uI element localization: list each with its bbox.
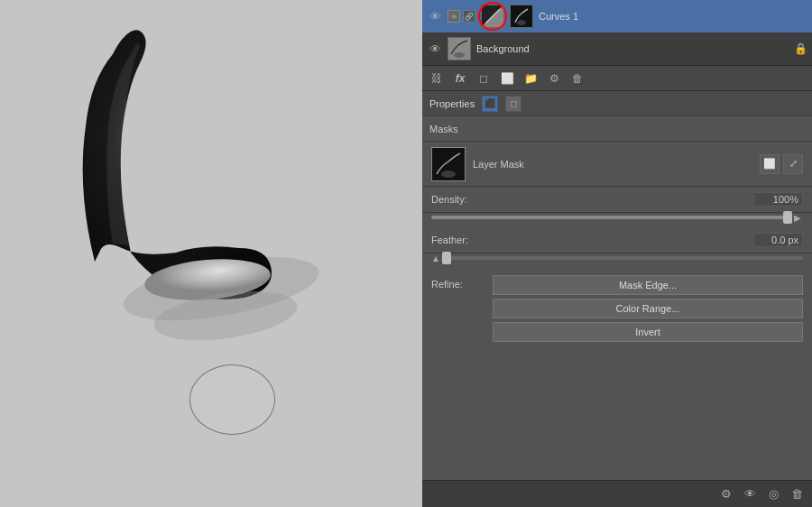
feather-slider-row: ▲ xyxy=(422,254,812,268)
layer-thumb-mask-curves xyxy=(510,5,533,28)
density-slider-fill xyxy=(431,216,790,219)
trash-icon[interactable]: 🗑 xyxy=(570,71,585,86)
invert-button[interactable]: Invert xyxy=(493,322,803,342)
svg-point-3 xyxy=(517,20,526,25)
layer-name-background: Background xyxy=(476,43,789,54)
eye-bottom-icon[interactable]: 👁 xyxy=(742,486,758,502)
refine-buttons: Mask Edge... Color Range... Invert xyxy=(493,275,803,342)
refine-row: Refine: Mask Edge... Color Range... Inve… xyxy=(422,268,812,349)
link-icon[interactable]: ⛓ xyxy=(429,71,444,86)
layers-section: 👁 ≋ 🔗 Curve xyxy=(422,0,812,66)
settings-bottom-icon[interactable]: ⚙ xyxy=(718,486,734,502)
mask-edge-button[interactable]: Mask Edge... xyxy=(493,275,803,295)
density-slider-track[interactable] xyxy=(431,216,790,219)
adjustment-icon[interactable]: ⚙ xyxy=(547,71,561,86)
masks-label: Masks xyxy=(429,124,458,134)
feather-slider-track[interactable] xyxy=(444,256,803,260)
right-panel: 👁 ≋ 🔗 Curve xyxy=(422,0,812,507)
density-row: Density: 100% xyxy=(422,187,812,213)
svg-point-6 xyxy=(441,171,456,178)
properties-section: Properties ⬛ ◻ Masks Layer Mask ⬜ ⤢ xyxy=(422,91,812,480)
selection-circle xyxy=(189,364,275,435)
mask-action-icons: ⬜ ⤢ xyxy=(760,154,803,174)
bottom-toolbar: ⚙ 👁 ◎ 🗑 xyxy=(422,480,812,507)
color-range-button[interactable]: Color Range... xyxy=(493,299,803,318)
mask-add-icon[interactable]: ⬜ xyxy=(500,71,514,86)
layer-mask-label: Layer Mask xyxy=(473,159,752,170)
horn-image xyxy=(18,9,370,370)
feather-value[interactable]: 0.0 px xyxy=(753,233,803,247)
mask-select-icon[interactable]: ⬜ xyxy=(760,154,780,174)
layer-adjustment-icons: ≋ 🔗 xyxy=(448,10,475,23)
refine-label: Refine: xyxy=(431,275,485,290)
density-label: Density: xyxy=(431,194,485,205)
density-max-icon: ▶ xyxy=(794,213,803,222)
properties-title: Properties xyxy=(429,98,475,109)
fx-icon[interactable]: fx xyxy=(453,71,467,86)
feather-triangle-icon: ▲ xyxy=(431,254,440,263)
feather-row: Feather: 0.0 px xyxy=(422,227,812,254)
density-slider-row: ▶ xyxy=(422,213,812,227)
layer-name-curves: Curves 1 xyxy=(539,11,807,22)
feather-slider-thumb[interactable] xyxy=(442,252,451,264)
layer-thumb-curves xyxy=(481,5,504,28)
layer-mask-thumbnail xyxy=(431,147,466,181)
layer-eye-curves[interactable]: 👁 xyxy=(428,9,442,23)
trash-bottom-icon[interactable]: 🗑 xyxy=(789,486,805,502)
density-value[interactable]: 100% xyxy=(753,192,803,207)
properties-header: Properties ⬛ ◻ xyxy=(422,91,812,116)
pixel-mask-icon[interactable]: ⬛ xyxy=(482,96,498,112)
feather-label: Feather: xyxy=(431,235,485,245)
svg-point-4 xyxy=(454,52,465,58)
layer-mask-row: Layer Mask ⬜ ⤢ xyxy=(422,142,812,187)
lock-icon-small: 🔗 xyxy=(463,10,475,23)
visibility-bottom-icon[interactable]: ◎ xyxy=(765,486,781,502)
layer-thumb-background xyxy=(448,37,471,60)
mask-transform-icon[interactable]: ⤢ xyxy=(783,154,803,174)
layer-lock-icon: 🔒 xyxy=(794,42,807,55)
layer-row-curves[interactable]: 👁 ≋ 🔗 Curve xyxy=(422,0,812,32)
canvas-background xyxy=(0,0,422,507)
layer-eye-background[interactable]: 👁 xyxy=(428,41,442,56)
curves-icon: ≋ xyxy=(448,10,460,23)
density-slider-thumb[interactable] xyxy=(783,211,792,224)
vector-mask-icon[interactable]: ◻ xyxy=(505,96,521,112)
fill-layer-icon[interactable]: ◻ xyxy=(476,71,491,86)
masks-row: Masks xyxy=(422,116,812,142)
new-group-icon[interactable]: 📁 xyxy=(523,71,538,86)
layer-thumb-wrapper-curves xyxy=(481,5,504,28)
layers-toolbar: ⛓ fx ◻ ⬜ 📁 ⚙ 🗑 xyxy=(422,66,812,91)
layer-row-background[interactable]: 👁 Background 🔒 xyxy=(422,32,812,65)
canvas-area xyxy=(0,0,422,507)
